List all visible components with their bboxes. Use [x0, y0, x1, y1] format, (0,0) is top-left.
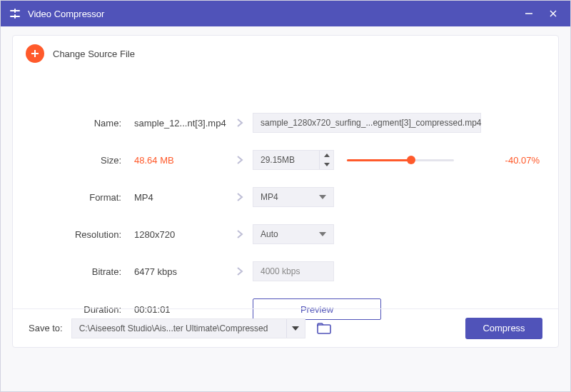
chevron-right-icon [235, 118, 245, 128]
close-button[interactable] [545, 5, 562, 22]
size-arrow [227, 155, 253, 165]
format-arrow [227, 192, 253, 202]
chevron-right-icon [235, 229, 245, 239]
saveto-label: Save to: [29, 323, 63, 333]
bitrate-value: 6477 kbps [134, 266, 227, 277]
footer-bar: Save to: C:\Aiseesoft Studio\Ais...ter U… [13, 308, 558, 347]
name-arrow [227, 118, 253, 128]
resolution-label: Resolution: [27, 229, 134, 240]
size-label: Size: [27, 155, 134, 166]
open-folder-button[interactable] [314, 320, 334, 337]
resolution-select[interactable]: Auto [253, 224, 334, 244]
chevron-right-icon [235, 155, 245, 165]
folder-icon [317, 323, 331, 334]
properties-grid: Name: sample_12...nt[3].mp4 sample_1280x… [27, 113, 544, 320]
format-value: MP4 [134, 192, 227, 203]
chevron-right-icon [235, 266, 245, 276]
bitrate-label: Bitrate: [27, 266, 134, 277]
svg-marker-12 [319, 232, 326, 236]
size-delta: -40.07% [505, 155, 544, 166]
minimize-button[interactable] [520, 5, 537, 22]
svg-marker-10 [324, 163, 330, 166]
title-bar: Video Compressor [1, 1, 570, 26]
change-source-button[interactable] [26, 44, 44, 63]
name-output-input[interactable]: sample_1280x720_surfing_...egment[3]_com… [253, 113, 481, 133]
size-step-up[interactable] [320, 151, 333, 160]
main-card: Change Source File Name: sample_12...nt[… [12, 35, 559, 348]
format-label: Format: [27, 192, 134, 203]
svg-marker-9 [324, 154, 330, 157]
svg-rect-14 [318, 325, 330, 333]
bitrate-output: 4000 kbps [253, 261, 334, 281]
caret-down-icon [319, 232, 326, 236]
compress-label: Compress [482, 323, 525, 333]
resolution-selected: Auto [261, 229, 278, 239]
svg-marker-11 [319, 195, 326, 199]
resolution-value: 1280x720 [134, 229, 227, 240]
caret-down-icon [319, 195, 326, 199]
name-value: sample_12...nt[3].mp4 [134, 118, 227, 129]
caret-down-icon [324, 163, 330, 166]
size-value: 48.64 MB [134, 155, 227, 166]
size-output-value: 29.15MB [253, 155, 319, 165]
app-window: Video Compressor Change Source File Name… [0, 0, 571, 392]
format-select[interactable]: MP4 [253, 187, 334, 207]
size-slider[interactable] [347, 154, 454, 166]
app-icon [9, 8, 21, 19]
chevron-right-icon [235, 192, 245, 202]
svg-marker-13 [292, 326, 299, 331]
saveto-path-select[interactable]: C:\Aiseesoft Studio\Ais...ter Ultimate\C… [71, 318, 305, 338]
size-output-spinner[interactable]: 29.15MB [253, 150, 334, 170]
format-selected: MP4 [261, 192, 278, 202]
compress-button[interactable]: Compress [465, 318, 542, 339]
resolution-arrow [227, 229, 253, 239]
size-step-down[interactable] [320, 160, 333, 169]
name-output-value: sample_1280x720_surfing_...egment[3]_com… [261, 118, 482, 128]
caret-up-icon [324, 154, 330, 157]
saveto-dropdown[interactable] [286, 319, 305, 338]
saveto-path: C:\Aiseesoft Studio\Ais...ter Ultimate\C… [72, 323, 286, 333]
name-label: Name: [27, 118, 134, 129]
bitrate-arrow [227, 266, 253, 276]
app-title: Video Compressor [28, 9, 513, 19]
caret-down-icon [292, 326, 299, 331]
change-source-label: Change Source File [53, 49, 135, 59]
bitrate-output-value: 4000 kbps [261, 266, 300, 276]
